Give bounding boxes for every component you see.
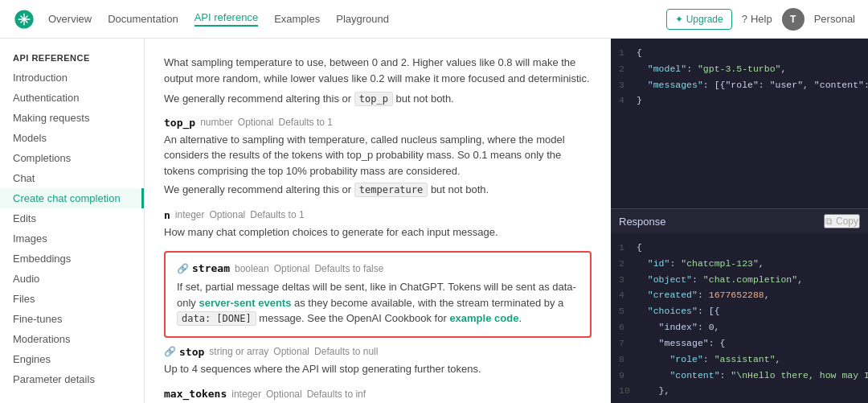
param-top-p-default: Defaults to 1 [279, 117, 333, 128]
sidebar-item-engines[interactable]: Engines [0, 349, 144, 369]
param-stream-desc: If set, partial message deltas will be s… [177, 279, 579, 327]
param-top-p-type: number [200, 117, 233, 128]
main-area: API REFERENCE Introduction Authenticatio… [0, 39, 868, 403]
code-line-1: 1 { [611, 45, 868, 61]
nav-overview[interactable]: Overview [48, 13, 92, 25]
sidebar-item-authentication[interactable]: Authentication [0, 88, 144, 108]
copy-button[interactable]: ⧉ Copy [824, 214, 860, 228]
response-header: Response ⧉ Copy [611, 208, 868, 233]
intro-recommend-text: We generally recommend altering this or [164, 93, 351, 105]
code-line-2: 2 "model": "gpt-3.5-turbo", [611, 61, 868, 77]
param-n-desc: How many chat completion choices to gene… [164, 224, 592, 241]
param-n-name: n [164, 209, 170, 221]
nav-links: Overview Documentation API reference Exa… [48, 11, 666, 27]
stream-code-done: data: [DONE] [177, 311, 256, 326]
copy-icon: ⧉ [825, 216, 833, 227]
personal-label[interactable]: Personal [814, 13, 855, 25]
param-max-tokens-name: max_tokens [164, 388, 227, 400]
param-n: n integer Optional Defaults to 1 How man… [164, 209, 592, 241]
param-top-p-desc: An alternative to sampling with temperat… [164, 132, 592, 179]
resp-line-11: 11 "finish_reason": "stop" [611, 399, 868, 403]
param-stream-default: Defaults to false [314, 263, 383, 274]
param-n-type: integer [175, 209, 205, 220]
stream-example-code-link[interactable]: example code [449, 312, 518, 324]
sidebar-item-chat[interactable]: Chat [0, 168, 144, 188]
upgrade-label: Upgrade [686, 14, 723, 25]
param-n-default: Defaults to 1 [250, 209, 304, 220]
resp-line-10: 10 }, [611, 383, 868, 399]
param-stop-default: Defaults to null [314, 346, 378, 357]
param-stop: 🔗 stop string or array Optional Defaults… [164, 346, 592, 377]
param-top-p-rec-text: We generally recommend altering this or [164, 183, 351, 195]
response-code: 1{ 2 "id": "chatcmpl-123", 3 "object": "… [611, 233, 868, 403]
line-num-4: 4 [619, 93, 637, 108]
resp-line-5: 5 "choices": [{ [611, 303, 868, 319]
code-panel: 1 { 2 "model": "gpt-3.5-turbo", 3 "messa… [611, 39, 868, 403]
help-label: Help [751, 13, 772, 25]
upgrade-button[interactable]: ✦ Upgrade [666, 9, 732, 30]
param-stream-type: boolean [235, 263, 269, 274]
param-max-tokens-optional: Optional [266, 389, 302, 400]
sidebar-item-introduction[interactable]: Introduction [0, 68, 144, 88]
param-stream-optional: Optional [274, 263, 310, 274]
sidebar-item-parameter-details[interactable]: Parameter details [0, 369, 144, 389]
logo-icon[interactable] [13, 8, 35, 31]
intro-recommend2-text: but not both. [396, 93, 454, 105]
param-top-p-header: top_p number Optional Defaults to 1 [164, 117, 592, 129]
sidebar-item-images[interactable]: Images [0, 228, 144, 249]
param-max-tokens-default: Defaults to inf [307, 389, 366, 400]
chain-icon: 🔗 [177, 263, 189, 274]
resp-line-1: 1{ [611, 240, 868, 256]
nav-right: ✦ Upgrade ? Help T Personal [666, 8, 855, 31]
stream-desc2: as they become available, with the strea… [294, 297, 563, 309]
sidebar-item-audio[interactable]: Audio [0, 269, 144, 289]
upgrade-star-icon: ✦ [675, 14, 683, 25]
param-stream-section: 🔗 stream boolean Optional Defaults to fa… [164, 251, 592, 338]
resp-line-8: 8 "role": "assistant", [611, 352, 868, 368]
resp-line-3: 3 "object": "chat.completion", [611, 272, 868, 288]
code-text-2: "model": "gpt-3.5-turbo", [637, 62, 786, 76]
sidebar-item-edits[interactable]: Edits [0, 208, 144, 228]
sidebar-item-moderations[interactable]: Moderations [0, 329, 144, 349]
param-max-tokens: max_tokens integer Optional Defaults to … [164, 388, 592, 403]
sidebar-item-completions[interactable]: Completions [0, 148, 144, 168]
param-stop-type: string or array [209, 346, 268, 357]
sidebar-item-create-chat-completion[interactable]: Create chat completion [0, 188, 144, 208]
stream-server-sent-events-link[interactable]: server-sent events [199, 297, 291, 309]
main-content: What sampling temperature to use, betwee… [145, 39, 611, 403]
param-top-p-recommend: We generally recommend altering this or … [164, 182, 592, 198]
avatar[interactable]: T [782, 8, 805, 31]
sidebar-item-models[interactable]: Models [0, 128, 144, 148]
line-num-2: 2 [619, 62, 637, 76]
sidebar-item-fine-tunes[interactable]: Fine-tunes [0, 309, 144, 329]
nav-playground[interactable]: Playground [336, 13, 389, 25]
copy-label: Copy [836, 216, 858, 227]
nav-api-reference[interactable]: API reference [194, 11, 259, 27]
param-top-p-code-temperature: temperature [354, 183, 428, 197]
param-stream-name: stream [192, 262, 230, 274]
param-max-tokens-header: max_tokens integer Optional Defaults to … [164, 388, 592, 400]
param-top-p: top_p number Optional Defaults to 1 An a… [164, 117, 592, 198]
param-max-tokens-type: integer [231, 389, 261, 400]
stream-desc3: message. See the OpenAI Cookbook for [259, 312, 446, 324]
sidebar-item-making-requests[interactable]: Making requests [0, 108, 144, 128]
code-editor: 1 { 2 "model": "gpt-3.5-turbo", 3 "messa… [611, 39, 868, 208]
param-top-p-optional: Optional [238, 117, 274, 128]
sidebar-item-files[interactable]: Files [0, 289, 144, 309]
intro-recommend: We generally recommend altering this or … [164, 91, 592, 107]
nav-documentation[interactable]: Documentation [108, 13, 178, 25]
resp-line-6: 6 "index": 0, [611, 319, 868, 335]
sidebar-item-embeddings[interactable]: Embeddings [0, 249, 144, 269]
param-stop-desc: Up to 4 sequences where the API will sto… [164, 361, 592, 377]
param-n-header: n integer Optional Defaults to 1 [164, 209, 592, 221]
help-button[interactable]: ? Help [742, 13, 772, 25]
param-stream-header: 🔗 stream boolean Optional Defaults to fa… [177, 262, 579, 274]
param-stop-header: 🔗 stop string or array Optional Defaults… [164, 346, 592, 358]
help-circle-icon: ? [742, 13, 747, 25]
code-text-1: { [637, 46, 642, 60]
nav-examples[interactable]: Examples [274, 13, 320, 25]
param-top-p-rec2-text: but not both. [431, 183, 489, 195]
resp-line-9: 9 "content": "\nHello there, how may I a… [611, 368, 868, 384]
intro-text: What sampling temperature to use, betwee… [164, 55, 592, 86]
param-stop-optional: Optional [273, 346, 309, 357]
